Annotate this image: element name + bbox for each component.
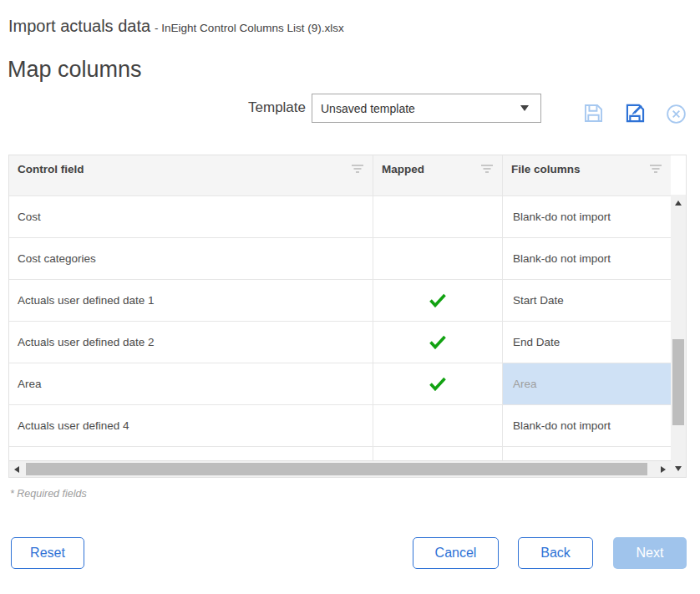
horizontal-scrollbar-track[interactable]	[24, 461, 656, 477]
filter-icon[interactable]	[351, 163, 364, 174]
table-row: Actuals user defined date 1 Start Date	[9, 279, 671, 321]
mapping-grid: Control field Mapped File columns	[8, 155, 687, 478]
file-column-cell[interactable]: Blank-do not import	[502, 405, 671, 446]
triangle-up-icon	[675, 201, 682, 206]
back-button[interactable]: Back	[518, 537, 593, 569]
mapped-cell	[373, 196, 502, 237]
required-fields-note: * Required fields	[10, 488, 87, 500]
scroll-down-arrow[interactable]	[671, 462, 686, 475]
control-field-cell: Area	[9, 363, 373, 404]
column-header-mapped: Mapped	[373, 155, 502, 195]
control-field-cell: Cost	[9, 196, 373, 237]
dialog-file-name: - InEight Control Columns List (9).xlsx	[155, 22, 344, 34]
file-column-cell[interactable]: Blank-do not import	[502, 196, 671, 237]
horizontal-scrollbar-thumb[interactable]	[26, 463, 647, 475]
mapped-cell	[373, 363, 502, 404]
horizontal-scrollbar[interactable]	[9, 460, 671, 477]
mapped-cell	[373, 238, 502, 279]
control-field-cell: Actuals user defined date 1	[9, 280, 373, 321]
triangle-left-icon	[14, 466, 19, 473]
import-actuals-dialog: Import actuals data- InEight Control Col…	[0, 0, 700, 594]
column-header-file-columns: File columns	[502, 155, 671, 195]
dialog-title-row: Import actuals data- InEight Control Col…	[8, 17, 344, 36]
save-icon	[582, 102, 605, 124]
grid-main: Control field Mapped File columns	[9, 155, 671, 477]
file-column-cell[interactable]: Area	[502, 363, 671, 404]
table-row: Area Area	[9, 363, 671, 404]
scroll-up-arrow[interactable]	[671, 196, 686, 210]
table-row: Cost categories Blank-do not import	[9, 237, 671, 279]
next-button[interactable]: Next	[613, 537, 687, 569]
filter-icon[interactable]	[649, 163, 662, 174]
triangle-right-icon	[661, 466, 666, 473]
cancel-button[interactable]: Cancel	[413, 537, 499, 569]
vertical-scrollbar[interactable]	[671, 195, 686, 477]
control-field-cell: Cost categories	[9, 238, 373, 279]
template-select[interactable]: Unsaved template	[312, 94, 541, 123]
mapped-cell	[373, 322, 502, 363]
save-template-button[interactable]	[581, 101, 605, 124]
table-row: Cost Blank-do not import	[9, 195, 671, 237]
file-column-cell[interactable]: Start Date	[502, 280, 671, 321]
column-header-label: Control field	[18, 163, 84, 175]
mapped-check-icon	[429, 293, 447, 307]
control-field-cell: Actuals user defined 4	[9, 405, 373, 446]
triangle-down-icon	[675, 466, 682, 471]
scroll-left-arrow[interactable]	[9, 461, 24, 477]
file-column-cell[interactable]: End Date	[502, 322, 671, 363]
grid-header: Control field Mapped File columns	[9, 155, 671, 195]
chevron-down-icon	[520, 105, 529, 111]
dialog-title: Import actuals data	[8, 17, 150, 35]
table-row-partial	[9, 446, 671, 460]
page-title: Map columns	[8, 57, 142, 83]
clear-template-button[interactable]	[664, 102, 687, 125]
file-column-cell[interactable]: Blank-do not import	[502, 238, 671, 279]
filter-icon[interactable]	[480, 163, 494, 174]
mapped-check-icon	[429, 335, 447, 349]
save-as-template-button[interactable]	[623, 101, 647, 124]
table-row: Actuals user defined 4 Blank-do not impo…	[9, 404, 671, 446]
reset-button[interactable]: Reset	[11, 537, 84, 569]
mapped-cell	[373, 280, 502, 321]
mapped-check-icon	[429, 377, 447, 391]
column-header-label: File columns	[511, 163, 581, 175]
control-field-cell: Actuals user defined date 2	[9, 322, 373, 363]
template-label: Template	[209, 99, 306, 116]
template-select-value: Unsaved template	[321, 102, 520, 115]
scroll-right-arrow[interactable]	[656, 461, 671, 477]
grid-body: Cost Blank-do not import Cost categories…	[9, 195, 671, 446]
save-as-icon	[624, 102, 647, 124]
clear-circle-x-icon	[665, 103, 687, 125]
table-row: Actuals user defined date 2 End Date	[9, 321, 671, 363]
mapped-cell	[373, 405, 502, 446]
column-header-control-field: Control field	[9, 155, 373, 195]
vertical-scrollbar-thumb[interactable]	[672, 339, 684, 425]
column-header-label: Mapped	[382, 163, 424, 175]
